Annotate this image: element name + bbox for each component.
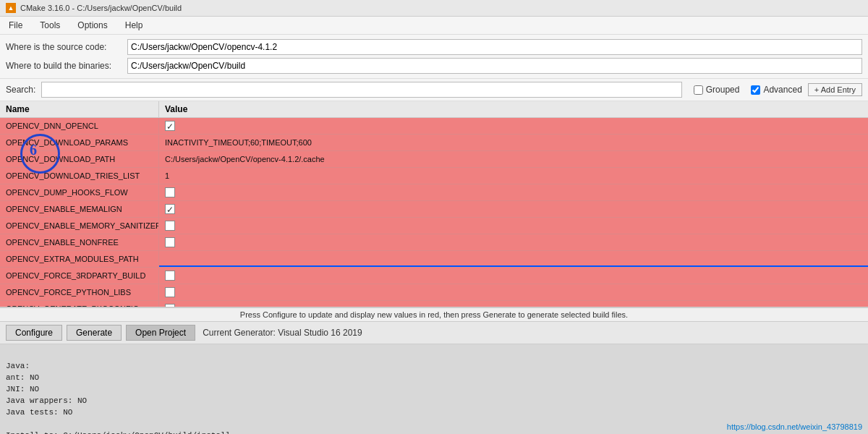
console-line: JNI: NO	[6, 383, 862, 395]
cell-value-col: INACTIVITY_TIMEOUT;60;TIMEOUT;600	[159, 135, 868, 150]
search-input[interactable]	[41, 82, 681, 98]
table-row[interactable]: OPENCV_DOWNLOAD_PARAMS INACTIVITY_TIMEOU…	[0, 135, 868, 151]
cell-name: OPENCV_GENERATE_PKGCONFIG	[0, 301, 159, 307]
cell-value: C:/Users/jackw/OpenCV/opencv-4.1.2/.cach…	[165, 153, 325, 166]
status-message: Press Configure to update and display ne…	[240, 310, 628, 319]
header-name: Name	[0, 101, 159, 117]
cell-name: OPENCV_ENABLE_MEMORY_SANITIZER	[0, 218, 159, 234]
search-bar: Search: Grouped Advanced + Add Entry	[0, 79, 868, 101]
cell-name: OPENCV_DOWNLOAD_PARAMS	[0, 135, 159, 150]
path-section: Where is the source code: Where to build…	[0, 35, 868, 79]
advanced-checkbox-group: Advanced	[751, 85, 801, 95]
table-row[interactable]: OPENCV_GENERATE_PKGCONFIG	[0, 301, 868, 307]
console-line: Java wrappers: NO	[6, 395, 862, 407]
configure-button[interactable]: Configure	[6, 325, 62, 341]
add-entry-label: + Add Entry	[814, 85, 856, 94]
console-line: ant: NO	[6, 372, 862, 383]
build-path-row: Where to build the binaries:	[6, 58, 862, 74]
table-row[interactable]: OPENCV_DOWNLOAD_PATH C:/Users/jackw/Open…	[0, 151, 868, 168]
table-row[interactable]: OPENCV_FORCE_PYTHON_LIBS	[0, 284, 868, 301]
checkbox-unchecked[interactable]	[165, 287, 175, 297]
table-row[interactable]: OPENCV_ENABLE_NONFREE	[0, 234, 868, 251]
cell-value-col	[159, 201, 868, 217]
checkbox-unchecked[interactable]	[165, 221, 175, 231]
checkbox-checked[interactable]	[165, 204, 175, 214]
cell-value-col	[159, 218, 868, 234]
cell-value-col	[159, 251, 868, 267]
checkbox-unchecked[interactable]	[165, 237, 175, 247]
grouped-label: Grouped	[706, 85, 740, 95]
source-label: Where is the source code:	[6, 42, 122, 52]
cell-value-col	[159, 234, 868, 250]
checkbox-unchecked[interactable]	[165, 271, 175, 281]
search-label: Search:	[6, 85, 35, 95]
generator-label: Current Generator: Visual Studio 16 2019	[203, 328, 362, 338]
source-input[interactable]	[127, 39, 862, 55]
advanced-label: Advanced	[763, 85, 801, 95]
build-label: Where to build the binaries:	[6, 61, 122, 71]
app-icon: ▲	[6, 3, 16, 13]
cell-name: OPENCV_FORCE_PYTHON_LIBS	[0, 284, 159, 300]
cell-name: OPENCV_FORCE_3RDPARTY_BUILD	[0, 268, 159, 284]
add-entry-button[interactable]: + Add Entry	[808, 83, 862, 96]
cell-name: OPENCV_EXTRA_MODULES_PATH	[0, 251, 159, 267]
cell-name: OPENCV_DNN_OPENCL	[0, 118, 159, 134]
table-header: Name Value	[0, 101, 868, 118]
cell-value: 1	[165, 169, 169, 182]
cell-value-col	[159, 184, 868, 200]
grouped-checkbox-group: Grouped	[694, 85, 740, 95]
cell-value: INACTIVITY_TIMEOUT;60;TIMEOUT;600	[165, 136, 312, 149]
table-container: Name Value OPENCV_DNN_OPENCL OPENCV_DOWN…	[0, 101, 868, 307]
console-area: Java: ant: NO JNI: NO Java wrappers: NO …	[0, 344, 868, 434]
cell-value-col	[159, 118, 868, 134]
table-row[interactable]: OPENCV_DUMP_HOOKS_FLOW	[0, 184, 868, 201]
build-input[interactable]	[127, 58, 862, 74]
cell-value-col: 1	[159, 168, 868, 184]
checkbox-checked[interactable]	[165, 121, 175, 131]
advanced-checkbox[interactable]	[751, 85, 760, 95]
menu-file[interactable]: File	[6, 19, 25, 32]
console-line: Java:	[6, 360, 862, 372]
footer-link[interactable]: https://blog.csdn.net/weixin_43798819	[727, 422, 862, 431]
source-path-row: Where is the source code:	[6, 39, 862, 55]
generate-button[interactable]: Generate	[67, 325, 122, 341]
cell-name: OPENCV_ENABLE_NONFREE	[0, 234, 159, 250]
cell-name: OPENCV_DOWNLOAD_TRIES_LIST	[0, 168, 159, 184]
table-row[interactable]: OPENCV_EXTRA_MODULES_PATH	[0, 251, 868, 268]
title-bar: ▲ CMake 3.16.0 - C:/Users/jackw/OpenCV/b…	[0, 0, 868, 17]
table-row[interactable]: OPENCV_FORCE_3RDPARTY_BUILD	[0, 268, 868, 284]
cell-value-col	[159, 284, 868, 300]
bottom-buttons: Configure Generate Open Project Current …	[0, 322, 868, 344]
open-project-button[interactable]: Open Project	[126, 325, 195, 341]
menu-tools[interactable]: Tools	[37, 19, 63, 32]
table-row[interactable]: OPENCV_ENABLE_MEMALIGN	[0, 201, 868, 218]
console-line	[6, 349, 862, 360]
table-row[interactable]: OPENCV_DOWNLOAD_TRIES_LIST 1	[0, 168, 868, 184]
table-row[interactable]: OPENCV_DNN_OPENCL	[0, 118, 868, 135]
cell-name: OPENCV_DOWNLOAD_PATH	[0, 151, 159, 167]
menu-bar: File Tools Options Help	[0, 17, 868, 35]
header-value: Value	[159, 101, 868, 117]
cell-value-col	[159, 301, 868, 307]
checkbox-unchecked[interactable]	[165, 187, 175, 197]
menu-options[interactable]: Options	[75, 19, 110, 32]
grouped-checkbox[interactable]	[694, 85, 703, 95]
console-line: Java tests: NO	[6, 407, 862, 418]
cell-value-col: C:/Users/jackw/OpenCV/opencv-4.1.2/.cach…	[159, 151, 868, 167]
cell-value-col	[159, 268, 868, 284]
table-row[interactable]: OPENCV_ENABLE_MEMORY_SANITIZER	[0, 218, 868, 234]
cell-name: OPENCV_ENABLE_MEMALIGN	[0, 201, 159, 217]
status-bar: Press Configure to update and display ne…	[0, 307, 868, 322]
cell-name: OPENCV_DUMP_HOOKS_FLOW	[0, 184, 159, 200]
title-text: CMake 3.16.0 - C:/Users/jackw/OpenCV/bui…	[20, 4, 182, 12]
table-body: OPENCV_DNN_OPENCL OPENCV_DOWNLOAD_PARAMS…	[0, 118, 868, 307]
menu-help[interactable]: Help	[122, 19, 146, 32]
